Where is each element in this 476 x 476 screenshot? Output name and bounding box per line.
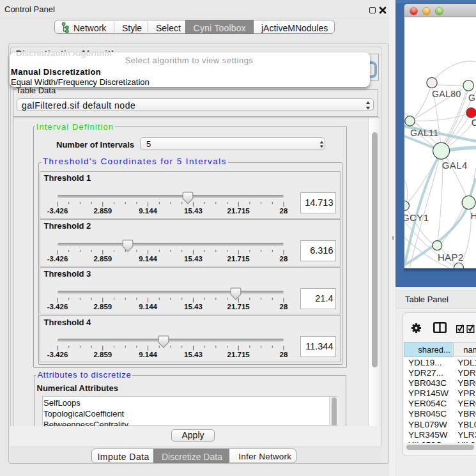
svg-text:GCY1: GCY1 (404, 212, 429, 223)
svg-text:GAL80: GAL80 (432, 89, 461, 99)
svg-text:C: C (472, 118, 476, 128)
svg-text:G.: G. (468, 93, 476, 103)
svg-text:GAL4: GAL4 (442, 160, 468, 171)
svg-text:H: H (471, 210, 476, 221)
svg-text:GAL11: GAL11 (410, 128, 439, 138)
svg-text:HAP2: HAP2 (438, 252, 464, 263)
